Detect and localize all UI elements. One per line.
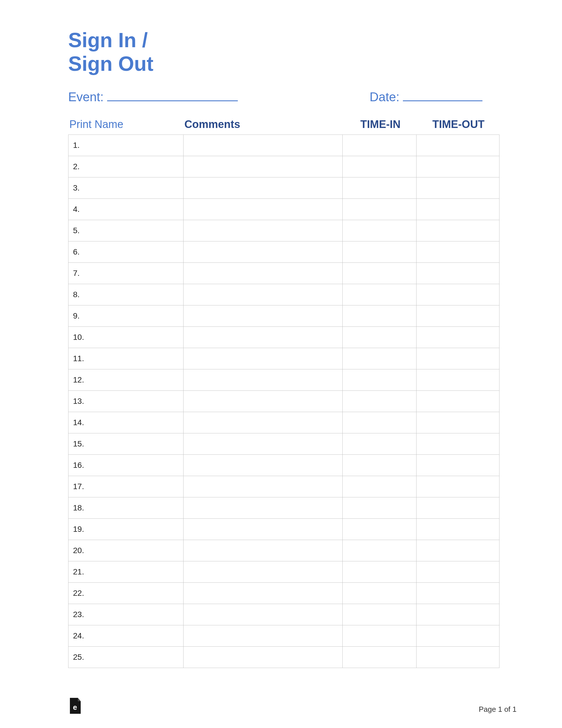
comments-cell[interactable]	[184, 561, 343, 582]
comments-cell[interactable]	[184, 390, 343, 412]
comments-cell[interactable]	[184, 604, 343, 625]
time-out-cell[interactable]	[416, 412, 499, 433]
name-cell[interactable]: 12.	[69, 369, 184, 390]
comments-cell[interactable]	[184, 135, 343, 156]
time-out-cell[interactable]	[416, 369, 499, 390]
comments-cell[interactable]	[184, 369, 343, 390]
time-in-cell[interactable]	[343, 220, 416, 241]
comments-cell[interactable]	[184, 625, 343, 646]
time-in-cell[interactable]	[343, 177, 416, 198]
comments-cell[interactable]	[184, 497, 343, 518]
time-in-cell[interactable]	[343, 412, 416, 433]
time-out-cell[interactable]	[416, 326, 499, 348]
name-cell[interactable]: 4.	[69, 198, 184, 220]
time-in-cell[interactable]	[343, 198, 416, 220]
comments-cell[interactable]	[184, 220, 343, 241]
time-in-cell[interactable]	[343, 561, 416, 582]
comments-cell[interactable]	[184, 156, 343, 177]
time-in-cell[interactable]	[343, 262, 416, 284]
comments-cell[interactable]	[184, 198, 343, 220]
time-out-cell[interactable]	[416, 646, 499, 668]
time-out-cell[interactable]	[416, 518, 499, 540]
comments-cell[interactable]	[184, 305, 343, 326]
time-out-cell[interactable]	[416, 135, 499, 156]
comments-cell[interactable]	[184, 348, 343, 369]
time-out-cell[interactable]	[416, 156, 499, 177]
comments-cell[interactable]	[184, 433, 343, 454]
name-cell[interactable]: 18.	[69, 497, 184, 518]
time-out-cell[interactable]	[416, 177, 499, 198]
name-cell[interactable]: 7.	[69, 262, 184, 284]
time-in-cell[interactable]	[343, 241, 416, 262]
comments-cell[interactable]	[184, 284, 343, 305]
name-cell[interactable]: 3.	[69, 177, 184, 198]
comments-cell[interactable]	[184, 262, 343, 284]
time-out-cell[interactable]	[416, 625, 499, 646]
event-input-line[interactable]	[107, 90, 238, 101]
comments-cell[interactable]	[184, 326, 343, 348]
name-cell[interactable]: 5.	[69, 220, 184, 241]
name-cell[interactable]: 23.	[69, 604, 184, 625]
time-in-cell[interactable]	[343, 582, 416, 604]
comments-cell[interactable]	[184, 518, 343, 540]
name-cell[interactable]: 8.	[69, 284, 184, 305]
time-in-cell[interactable]	[343, 433, 416, 454]
time-in-cell[interactable]	[343, 497, 416, 518]
comments-cell[interactable]	[184, 476, 343, 497]
name-cell[interactable]: 14.	[69, 412, 184, 433]
time-in-cell[interactable]	[343, 390, 416, 412]
time-out-cell[interactable]	[416, 540, 499, 561]
time-out-cell[interactable]	[416, 582, 499, 604]
name-cell[interactable]: 20.	[69, 540, 184, 561]
time-in-cell[interactable]	[343, 156, 416, 177]
time-out-cell[interactable]	[416, 390, 499, 412]
time-out-cell[interactable]	[416, 497, 499, 518]
time-in-cell[interactable]	[343, 305, 416, 326]
time-in-cell[interactable]	[343, 326, 416, 348]
time-in-cell[interactable]	[343, 284, 416, 305]
comments-cell[interactable]	[184, 540, 343, 561]
name-cell[interactable]: 15.	[69, 433, 184, 454]
date-input-line[interactable]	[403, 90, 482, 101]
time-out-cell[interactable]	[416, 241, 499, 262]
time-out-cell[interactable]	[416, 454, 499, 476]
time-in-cell[interactable]	[343, 369, 416, 390]
name-cell[interactable]: 9.	[69, 305, 184, 326]
name-cell[interactable]: 16.	[69, 454, 184, 476]
time-out-cell[interactable]	[416, 220, 499, 241]
name-cell[interactable]: 13.	[69, 390, 184, 412]
name-cell[interactable]: 21.	[69, 561, 184, 582]
time-out-cell[interactable]	[416, 476, 499, 497]
comments-cell[interactable]	[184, 177, 343, 198]
time-in-cell[interactable]	[343, 604, 416, 625]
time-out-cell[interactable]	[416, 262, 499, 284]
name-cell[interactable]: 10.	[69, 326, 184, 348]
comments-cell[interactable]	[184, 646, 343, 668]
time-out-cell[interactable]	[416, 561, 499, 582]
name-cell[interactable]: 6.	[69, 241, 184, 262]
name-cell[interactable]: 17.	[69, 476, 184, 497]
time-out-cell[interactable]	[416, 198, 499, 220]
time-out-cell[interactable]	[416, 284, 499, 305]
time-in-cell[interactable]	[343, 540, 416, 561]
name-cell[interactable]: 25.	[69, 646, 184, 668]
comments-cell[interactable]	[184, 412, 343, 433]
comments-cell[interactable]	[184, 241, 343, 262]
comments-cell[interactable]	[184, 454, 343, 476]
name-cell[interactable]: 24.	[69, 625, 184, 646]
name-cell[interactable]: 2.	[69, 156, 184, 177]
time-in-cell[interactable]	[343, 646, 416, 668]
time-out-cell[interactable]	[416, 348, 499, 369]
comments-cell[interactable]	[184, 582, 343, 604]
name-cell[interactable]: 1.	[69, 135, 184, 156]
time-in-cell[interactable]	[343, 454, 416, 476]
time-out-cell[interactable]	[416, 433, 499, 454]
time-in-cell[interactable]	[343, 518, 416, 540]
time-in-cell[interactable]	[343, 348, 416, 369]
time-in-cell[interactable]	[343, 625, 416, 646]
time-in-cell[interactable]	[343, 476, 416, 497]
name-cell[interactable]: 22.	[69, 582, 184, 604]
name-cell[interactable]: 19.	[69, 518, 184, 540]
time-out-cell[interactable]	[416, 305, 499, 326]
time-out-cell[interactable]	[416, 604, 499, 625]
